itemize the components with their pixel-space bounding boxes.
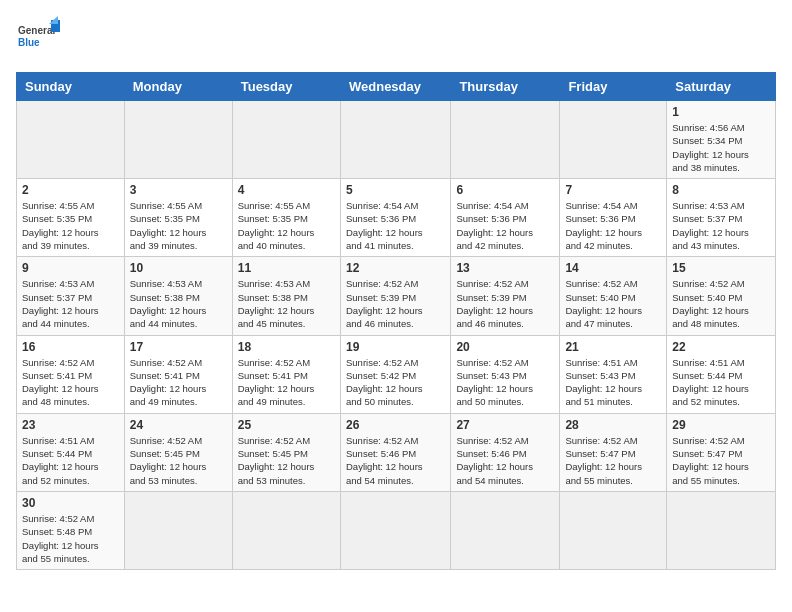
day-cell: 9Sunrise: 4:53 AM Sunset: 5:37 PM Daylig…: [17, 257, 125, 335]
day-info: Sunrise: 4:53 AM Sunset: 5:37 PM Dayligh…: [22, 277, 119, 330]
day-cell: 16Sunrise: 4:52 AM Sunset: 5:41 PM Dayli…: [17, 335, 125, 413]
week-row-2: 2Sunrise: 4:55 AM Sunset: 5:35 PM Daylig…: [17, 179, 776, 257]
day-info: Sunrise: 4:52 AM Sunset: 5:47 PM Dayligh…: [565, 434, 661, 487]
day-cell: 5Sunrise: 4:54 AM Sunset: 5:36 PM Daylig…: [340, 179, 450, 257]
day-number: 13: [456, 261, 554, 275]
day-cell: 28Sunrise: 4:52 AM Sunset: 5:47 PM Dayli…: [560, 413, 667, 491]
day-cell: [560, 101, 667, 179]
day-info: Sunrise: 4:52 AM Sunset: 5:42 PM Dayligh…: [346, 356, 445, 409]
weekday-header-row: SundayMondayTuesdayWednesdayThursdayFrid…: [17, 73, 776, 101]
day-cell: 27Sunrise: 4:52 AM Sunset: 5:46 PM Dayli…: [451, 413, 560, 491]
logo-svg: General Blue: [16, 16, 60, 60]
day-info: Sunrise: 4:55 AM Sunset: 5:35 PM Dayligh…: [238, 199, 335, 252]
day-info: Sunrise: 4:52 AM Sunset: 5:45 PM Dayligh…: [238, 434, 335, 487]
day-cell: 20Sunrise: 4:52 AM Sunset: 5:43 PM Dayli…: [451, 335, 560, 413]
day-info: Sunrise: 4:53 AM Sunset: 5:38 PM Dayligh…: [130, 277, 227, 330]
week-row-6: 30Sunrise: 4:52 AM Sunset: 5:48 PM Dayli…: [17, 491, 776, 569]
day-cell: 4Sunrise: 4:55 AM Sunset: 5:35 PM Daylig…: [232, 179, 340, 257]
day-cell: 24Sunrise: 4:52 AM Sunset: 5:45 PM Dayli…: [124, 413, 232, 491]
weekday-header-wednesday: Wednesday: [340, 73, 450, 101]
calendar: SundayMondayTuesdayWednesdayThursdayFrid…: [16, 72, 776, 570]
day-info: Sunrise: 4:53 AM Sunset: 5:37 PM Dayligh…: [672, 199, 770, 252]
week-row-5: 23Sunrise: 4:51 AM Sunset: 5:44 PM Dayli…: [17, 413, 776, 491]
day-info: Sunrise: 4:52 AM Sunset: 5:39 PM Dayligh…: [346, 277, 445, 330]
day-info: Sunrise: 4:52 AM Sunset: 5:41 PM Dayligh…: [238, 356, 335, 409]
day-cell: 18Sunrise: 4:52 AM Sunset: 5:41 PM Dayli…: [232, 335, 340, 413]
day-cell: 15Sunrise: 4:52 AM Sunset: 5:40 PM Dayli…: [667, 257, 776, 335]
day-number: 4: [238, 183, 335, 197]
day-info: Sunrise: 4:51 AM Sunset: 5:44 PM Dayligh…: [22, 434, 119, 487]
weekday-header-monday: Monday: [124, 73, 232, 101]
weekday-header-sunday: Sunday: [17, 73, 125, 101]
day-info: Sunrise: 4:52 AM Sunset: 5:48 PM Dayligh…: [22, 512, 119, 565]
day-number: 26: [346, 418, 445, 432]
day-cell: 25Sunrise: 4:52 AM Sunset: 5:45 PM Dayli…: [232, 413, 340, 491]
day-cell: 12Sunrise: 4:52 AM Sunset: 5:39 PM Dayli…: [340, 257, 450, 335]
day-cell: [17, 101, 125, 179]
day-info: Sunrise: 4:54 AM Sunset: 5:36 PM Dayligh…: [456, 199, 554, 252]
day-cell: 13Sunrise: 4:52 AM Sunset: 5:39 PM Dayli…: [451, 257, 560, 335]
day-number: 29: [672, 418, 770, 432]
day-number: 21: [565, 340, 661, 354]
day-number: 16: [22, 340, 119, 354]
day-cell: [451, 101, 560, 179]
day-number: 9: [22, 261, 119, 275]
day-cell: [232, 491, 340, 569]
day-cell: [340, 101, 450, 179]
day-cell: 17Sunrise: 4:52 AM Sunset: 5:41 PM Dayli…: [124, 335, 232, 413]
day-number: 5: [346, 183, 445, 197]
day-cell: [124, 101, 232, 179]
weekday-header-thursday: Thursday: [451, 73, 560, 101]
svg-text:Blue: Blue: [18, 37, 40, 48]
day-info: Sunrise: 4:54 AM Sunset: 5:36 PM Dayligh…: [346, 199, 445, 252]
day-number: 1: [672, 105, 770, 119]
day-number: 25: [238, 418, 335, 432]
day-info: Sunrise: 4:51 AM Sunset: 5:43 PM Dayligh…: [565, 356, 661, 409]
week-row-4: 16Sunrise: 4:52 AM Sunset: 5:41 PM Dayli…: [17, 335, 776, 413]
day-info: Sunrise: 4:52 AM Sunset: 5:40 PM Dayligh…: [672, 277, 770, 330]
weekday-header-saturday: Saturday: [667, 73, 776, 101]
week-row-3: 9Sunrise: 4:53 AM Sunset: 5:37 PM Daylig…: [17, 257, 776, 335]
day-info: Sunrise: 4:52 AM Sunset: 5:47 PM Dayligh…: [672, 434, 770, 487]
day-info: Sunrise: 4:52 AM Sunset: 5:43 PM Dayligh…: [456, 356, 554, 409]
day-cell: 7Sunrise: 4:54 AM Sunset: 5:36 PM Daylig…: [560, 179, 667, 257]
day-number: 14: [565, 261, 661, 275]
day-cell: 22Sunrise: 4:51 AM Sunset: 5:44 PM Dayli…: [667, 335, 776, 413]
day-cell: 10Sunrise: 4:53 AM Sunset: 5:38 PM Dayli…: [124, 257, 232, 335]
day-info: Sunrise: 4:52 AM Sunset: 5:40 PM Dayligh…: [565, 277, 661, 330]
day-cell: [340, 491, 450, 569]
day-info: Sunrise: 4:55 AM Sunset: 5:35 PM Dayligh…: [130, 199, 227, 252]
day-cell: 21Sunrise: 4:51 AM Sunset: 5:43 PM Dayli…: [560, 335, 667, 413]
day-number: 7: [565, 183, 661, 197]
week-row-1: 1Sunrise: 4:56 AM Sunset: 5:34 PM Daylig…: [17, 101, 776, 179]
day-info: Sunrise: 4:51 AM Sunset: 5:44 PM Dayligh…: [672, 356, 770, 409]
day-cell: 29Sunrise: 4:52 AM Sunset: 5:47 PM Dayli…: [667, 413, 776, 491]
day-info: Sunrise: 4:52 AM Sunset: 5:46 PM Dayligh…: [346, 434, 445, 487]
day-cell: [451, 491, 560, 569]
day-number: 3: [130, 183, 227, 197]
day-info: Sunrise: 4:52 AM Sunset: 5:45 PM Dayligh…: [130, 434, 227, 487]
weekday-header-tuesday: Tuesday: [232, 73, 340, 101]
day-number: 8: [672, 183, 770, 197]
day-cell: 6Sunrise: 4:54 AM Sunset: 5:36 PM Daylig…: [451, 179, 560, 257]
day-number: 23: [22, 418, 119, 432]
logo: General Blue: [16, 16, 60, 60]
day-cell: 19Sunrise: 4:52 AM Sunset: 5:42 PM Dayli…: [340, 335, 450, 413]
day-cell: [560, 491, 667, 569]
day-cell: 3Sunrise: 4:55 AM Sunset: 5:35 PM Daylig…: [124, 179, 232, 257]
day-number: 19: [346, 340, 445, 354]
day-number: 2: [22, 183, 119, 197]
day-number: 12: [346, 261, 445, 275]
day-number: 24: [130, 418, 227, 432]
day-cell: 2Sunrise: 4:55 AM Sunset: 5:35 PM Daylig…: [17, 179, 125, 257]
day-info: Sunrise: 4:52 AM Sunset: 5:39 PM Dayligh…: [456, 277, 554, 330]
day-number: 18: [238, 340, 335, 354]
day-info: Sunrise: 4:52 AM Sunset: 5:41 PM Dayligh…: [130, 356, 227, 409]
day-info: Sunrise: 4:56 AM Sunset: 5:34 PM Dayligh…: [672, 121, 770, 174]
day-cell: 11Sunrise: 4:53 AM Sunset: 5:38 PM Dayli…: [232, 257, 340, 335]
day-number: 11: [238, 261, 335, 275]
day-number: 28: [565, 418, 661, 432]
day-cell: [667, 491, 776, 569]
header: General Blue: [16, 16, 776, 60]
day-cell: 8Sunrise: 4:53 AM Sunset: 5:37 PM Daylig…: [667, 179, 776, 257]
